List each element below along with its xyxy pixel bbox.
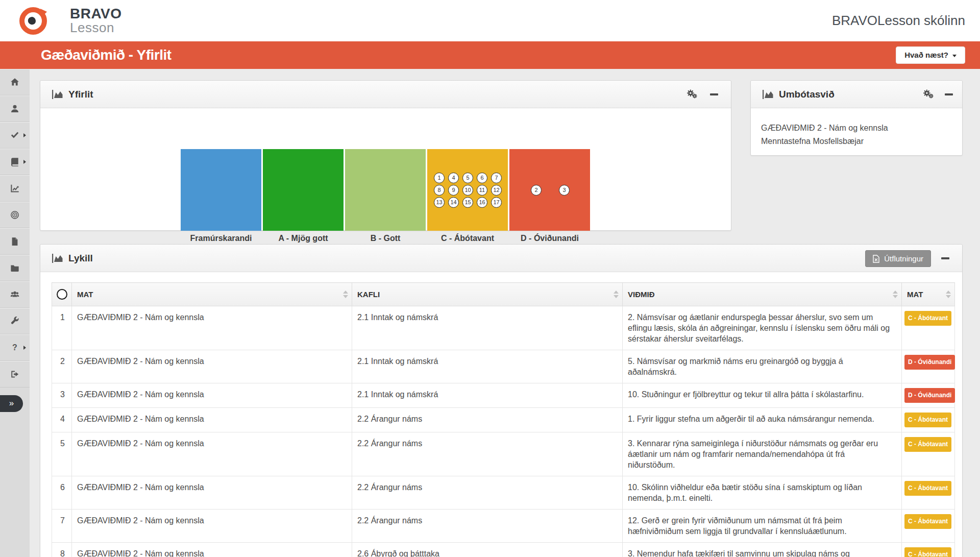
caret-right-icon: [23, 160, 26, 164]
column-header-kafli[interactable]: KAFLI: [352, 283, 623, 306]
cell-mat: GÆÐAVIÐMIÐ 2 - Nám og kennsla: [72, 350, 352, 383]
sidebar-item-sign-out[interactable]: [0, 361, 30, 388]
folder-icon: [10, 263, 19, 273]
key-table: MAT KAFLI VIÐMIÐ MAT 1GÆÐAVIÐMIÐ 2 - Nám…: [52, 282, 955, 557]
cell-rating: C - Ábótavant: [902, 510, 955, 543]
column-header-mat2[interactable]: MAT: [902, 283, 955, 306]
table-row[interactable]: 7GÆÐAVIÐMIÐ 2 - Nám og kennsla2.2 Árangu…: [52, 510, 955, 543]
item-marker-10[interactable]: 10: [462, 185, 473, 196]
rating-badge: C - Ábótavant: [904, 481, 951, 496]
overview-panel-header: Yfirlit: [40, 81, 731, 108]
sidebar-item-user[interactable]: [0, 95, 30, 122]
sidebar-item-line-chart[interactable]: [0, 175, 30, 202]
sidebar-item-folder[interactable]: [0, 255, 30, 281]
cell-kafli: 2.1 Inntak og námskrá: [352, 383, 623, 408]
row-number: 7: [52, 510, 72, 543]
table-row[interactable]: 6GÆÐAVIÐMIÐ 2 - Nám og kennsla2.2 Árangu…: [52, 476, 955, 510]
item-marker-12[interactable]: 12: [491, 185, 502, 196]
table-row[interactable]: 5GÆÐAVIÐMIÐ 2 - Nám og kennsla2.2 Árangu…: [52, 432, 955, 476]
item-marker-13[interactable]: 13: [434, 197, 445, 208]
cell-kafli: 2.6 Ábyrgð og þátttaka: [352, 543, 623, 557]
cell-kafli: 2.1 Inntak og námskrá: [352, 350, 623, 383]
title-bar: Gæðaviðmið - Yfirlit Hvað næst?: [0, 41, 980, 69]
select-all-circle-icon[interactable]: [57, 289, 67, 300]
table-row[interactable]: 2GÆÐAVIÐMIÐ 2 - Nám og kennsla2.1 Inntak…: [52, 350, 955, 383]
improvement-line1: GÆÐAVIÐMIÐ 2 - Nám og kennsla: [761, 122, 952, 135]
user-icon: [10, 104, 19, 113]
improvement-panel: Umbótasvið GÆÐAVIÐMIÐ 2 - Nám og kennsla…: [750, 80, 963, 156]
export-button[interactable]: Útflutningur: [865, 250, 931, 267]
table-row[interactable]: 1GÆÐAVIÐMIÐ 2 - Nám og kennsla2.1 Inntak…: [52, 306, 955, 350]
collapse-minus-icon[interactable]: [945, 93, 953, 95]
sidebar-item-file[interactable]: [0, 228, 30, 255]
cell-vidmid: 1. Fyrir liggur stefna um aðgerðir til a…: [623, 408, 902, 432]
top-header: BRAVO Lesson BRAVOLesson skólinn: [0, 0, 980, 41]
row-number: 1: [52, 306, 72, 350]
sidebar-expand-toggle[interactable]: »: [0, 395, 23, 412]
improvement-panel-title: Umbótasvið: [779, 81, 835, 108]
sidebar-item-users[interactable]: [0, 281, 30, 308]
users-icon: [10, 290, 19, 299]
rating-bar-label: C - Ábótavant: [427, 234, 508, 243]
table-row[interactable]: 3GÆÐAVIÐMIÐ 2 - Nám og kennsla2.1 Inntak…: [52, 383, 955, 408]
rating-bar-label: D - Óviðunandi: [509, 234, 590, 243]
table-row[interactable]: 4GÆÐAVIÐMIÐ 2 - Nám og kennsla2.2 Árangu…: [52, 408, 955, 432]
item-marker-11[interactable]: 11: [477, 185, 487, 196]
row-number: 6: [52, 476, 72, 510]
settings-gears-icon[interactable]: [922, 89, 934, 99]
book-icon: [10, 157, 19, 166]
overview-panel-title: Yfirlit: [68, 81, 93, 108]
sidebar-item-bullseye[interactable]: [0, 202, 30, 228]
cell-vidmid: 5. Námsvísar og markmið náms eru greinar…: [623, 350, 902, 383]
key-table-wrap: MAT KAFLI VIÐMIÐ MAT 1GÆÐAVIÐMIÐ 2 - Nám…: [52, 282, 951, 557]
cell-kafli: 2.1 Inntak og námskrá: [352, 306, 623, 350]
bullseye-icon: [10, 210, 19, 220]
check-icon: [10, 131, 19, 140]
item-marker-2[interactable]: 2: [531, 185, 542, 196]
sidebar-item-home[interactable]: [0, 69, 30, 95]
item-marker-3[interactable]: 3: [559, 185, 570, 196]
sidebar-item-help[interactable]: ?: [0, 334, 30, 361]
column-header-mat[interactable]: MAT: [72, 283, 352, 306]
collapse-minus-icon[interactable]: [941, 257, 949, 259]
select-all-header[interactable]: [52, 283, 72, 306]
collapse-minus-icon[interactable]: [710, 93, 718, 95]
cell-mat: GÆÐAVIÐMIÐ 2 - Nám og kennsla: [72, 408, 352, 432]
logo-secondary-text: Lesson: [70, 21, 122, 35]
caret-right-icon: [23, 346, 26, 350]
item-marker-8[interactable]: 8: [434, 185, 445, 196]
item-marker-16[interactable]: 16: [477, 197, 487, 208]
row-number: 8: [52, 543, 72, 557]
sidebar-item-book[interactable]: [0, 149, 30, 175]
what-next-button[interactable]: Hvað næst?: [896, 46, 965, 64]
table-row[interactable]: 8GÆÐAVIÐMIÐ 2 - Nám og kennsla2.6 Ábyrgð…: [52, 543, 955, 557]
rating-badge: C - Ábótavant: [904, 437, 951, 452]
cell-kafli: 2.2 Árangur náms: [352, 408, 623, 432]
item-marker-4[interactable]: 4: [448, 173, 459, 183]
item-marker-14[interactable]: 14: [448, 197, 459, 208]
logo-primary-text: BRAVO: [70, 6, 122, 21]
item-marker-9[interactable]: 9: [448, 185, 459, 196]
sidebar-item-check[interactable]: [0, 122, 30, 149]
overview-panel: Yfirlit FramúrskarandiA - Mjög gottB - G…: [40, 80, 731, 231]
sort-icon: [343, 290, 348, 298]
settings-gears-icon[interactable]: [686, 89, 697, 99]
cell-rating: C - Ábótavant: [902, 306, 955, 350]
sidebar-item-wrench[interactable]: [0, 308, 30, 334]
item-marker-6[interactable]: 6: [477, 173, 487, 183]
item-marker-17[interactable]: 17: [491, 197, 502, 208]
key-table-header-row: MAT KAFLI VIÐMIÐ MAT: [52, 283, 955, 306]
home-icon: [10, 78, 19, 87]
column-header-vidmid[interactable]: VIÐMIÐ: [623, 283, 902, 306]
item-marker-15[interactable]: 15: [462, 197, 473, 208]
export-button-label: Útflutningur: [884, 254, 923, 263]
rating-bar-label: A - Mjög gott: [263, 234, 344, 243]
cell-kafli: 2.2 Árangur náms: [352, 476, 623, 510]
row-number: 5: [52, 432, 72, 476]
cell-rating: C - Ábótavant: [902, 432, 955, 476]
what-next-label: Hvað næst?: [904, 51, 948, 59]
item-marker-7[interactable]: 7: [491, 173, 502, 183]
item-marker-1[interactable]: 1: [434, 173, 445, 183]
item-marker-5[interactable]: 5: [462, 173, 473, 183]
rating-bar-2: [263, 149, 344, 231]
